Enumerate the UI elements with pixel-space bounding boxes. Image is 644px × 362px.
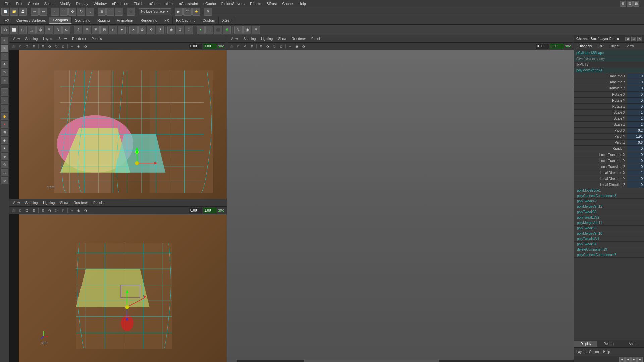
view-menu-topleft[interactable]: View — [11, 36, 21, 41]
vp-frame-input-r[interactable] — [536, 44, 549, 49]
save-scene-btn[interactable]: 💾 — [19, 8, 27, 16]
cb-value-scale-x[interactable]: 1 — [627, 110, 644, 115]
menu-create[interactable]: Create — [25, 1, 42, 6]
vp-sel-btn-r[interactable]: □ — [235, 43, 241, 49]
channel-box-maximize-btn[interactable]: □ — [631, 37, 636, 41]
shelf-tab-sculpting[interactable]: Sculpting — [72, 17, 94, 24]
viewport-right-scrollbar[interactable] — [237, 360, 574, 362]
cb-options-link[interactable]: Options — [589, 350, 600, 354]
menu-fields[interactable]: Fields/Solvers — [219, 1, 247, 6]
cb-value-scale-y[interactable]: 1 — [627, 116, 644, 121]
poly-disk-btn[interactable]: ⊙ — [54, 26, 62, 34]
poly-cylinder-btn[interactable]: ⬭ — [19, 26, 27, 34]
vp-shadow-btn-r[interactable]: ◑ — [301, 43, 307, 49]
poly-offset-loop-btn[interactable]: ⟲ — [147, 26, 155, 34]
foamy-btn[interactable]: ◈ — [1, 137, 8, 144]
vp-cam-btn-r[interactable]: 🎥 — [229, 43, 235, 49]
shelf-tab-curves[interactable]: Curves / Surfaces — [13, 17, 49, 24]
vp-wire-btn-r[interactable]: ⬡ — [271, 43, 277, 49]
vp-light1-btn-tl[interactable]: ○ — [69, 43, 75, 49]
no-live-surface-dropdown[interactable]: No Live Surface ▼ — [139, 8, 171, 15]
cb-value-translate-z[interactable]: 0 — [627, 85, 644, 91]
flatten-btn[interactable]: ⊟ — [1, 129, 8, 136]
spray-btn[interactable]: ✦ — [1, 145, 8, 152]
menu-ncache[interactable]: nCache — [201, 1, 219, 6]
shelf-tab-fx[interactable]: FX — [1, 17, 13, 24]
poly-cube-btn[interactable]: ⬜ — [10, 26, 18, 34]
grab-btn[interactable]: ✋ — [1, 113, 8, 120]
vp-sel-btn-bl[interactable]: □ — [17, 207, 23, 214]
cb-value-translate-y[interactable]: 0 — [627, 79, 644, 85]
poly-insert-loop-btn[interactable]: ⟳ — [138, 26, 146, 34]
vp-zoom-input-bl[interactable] — [203, 208, 216, 213]
menu-modify[interactable]: Modify — [57, 1, 73, 6]
poly-split-btn[interactable]: ✂ — [129, 26, 138, 34]
vp-xray-btn-bl[interactable]: ◻ — [60, 207, 66, 214]
cb-nav-fwd2-btn[interactable]: ► — [637, 357, 643, 362]
vp-light2-btn-r[interactable]: ◉ — [294, 43, 300, 49]
lighting-menu-topleft[interactable]: Layers — [42, 36, 54, 41]
layout-btn-1[interactable]: ⊞ — [620, 1, 626, 7]
vp-shadow-btn-bl[interactable]: ◑ — [83, 207, 89, 214]
rotate-tool-global-btn[interactable]: ↻ — [1, 69, 8, 76]
cb-value-rotate-y[interactable]: 0 — [627, 98, 644, 103]
show-menu-bl[interactable]: Show — [59, 200, 70, 205]
open-scene-btn[interactable]: 📁 — [10, 8, 18, 16]
vp-shading-btn-bl[interactable]: ◑ — [47, 207, 53, 214]
cb-tab-show[interactable]: Show — [624, 44, 635, 49]
cb-value-scale-z[interactable]: 1 — [627, 122, 644, 127]
poly-merge-btn[interactable]: ⊕ — [167, 26, 175, 34]
vp-shading-btn-r[interactable]: ◑ — [265, 43, 271, 49]
menu-effects[interactable]: Effects — [247, 1, 264, 6]
cb-list-polyTweak55[interactable]: polyTweak55 — [574, 226, 644, 231]
layout-btn-2[interactable]: ⊡ — [627, 1, 633, 7]
symmetry-btn[interactable]: ⊞ — [252, 26, 260, 34]
lasso-tool-btn[interactable]: ⌒ — [60, 8, 68, 16]
vp-light1-btn-r[interactable]: ○ — [287, 43, 293, 49]
vp-light2-btn-tl[interactable]: ◉ — [76, 43, 82, 49]
poly-slide-edge-btn[interactable]: ⇄ — [156, 26, 164, 34]
cb-value-translate-x[interactable]: 0 — [627, 73, 644, 79]
cb-list-polyTweak56[interactable]: polyTweak56 — [574, 209, 644, 215]
snap-grid-btn[interactable]: ⊞ — [98, 8, 106, 16]
cb-bottom-tab-render[interactable]: Render — [597, 341, 621, 347]
move-tool-btn[interactable]: ✛ — [68, 8, 76, 16]
soft-select-btn[interactable]: ◉ — [243, 26, 251, 34]
channel-box-scroll[interactable]: pCylinder13Shape CVs (click to show) INP… — [574, 50, 644, 340]
lasso-select-btn[interactable]: ⌒ — [1, 53, 8, 60]
panels-menu-bl[interactable]: Panels — [92, 200, 105, 205]
camera-btn[interactable]: 🎥 — [127, 8, 135, 16]
cb-tab-object[interactable]: Object — [608, 44, 621, 49]
menu-bifrost[interactable]: Bifrost — [264, 1, 279, 6]
shelf-tab-rigging[interactable]: Rigging — [94, 17, 113, 24]
cb-nav-fwd-btn[interactable]: ► — [631, 357, 637, 362]
cb-nav-back2-btn[interactable]: ◄ — [625, 357, 631, 362]
vp-iso-btn-tl[interactable]: ⊙ — [24, 43, 30, 49]
renderer-menu-topleft[interactable]: Renderer — [71, 36, 88, 41]
menu-nconstraint[interactable]: nConstraint — [176, 1, 201, 6]
cb-list-polyTweakUV1[interactable]: polyTweakUV1 — [574, 236, 644, 242]
poly-pipe-btn[interactable]: ⊂ — [62, 26, 70, 34]
cb-value-local-direction-z[interactable]: 0 — [627, 182, 644, 188]
poly-extrude-btn[interactable]: ⤴ — [74, 26, 82, 34]
cb-list-polyTweak54[interactable]: polyTweak54 — [574, 242, 644, 247]
cb-list-polyMergeVert10[interactable]: polyMergeVert10 — [574, 231, 644, 236]
sculpt-btn[interactable]: ⌣ — [1, 88, 8, 96]
cb-layers-link[interactable]: Layers — [576, 350, 586, 354]
channel-box-poly-move-vertex[interactable]: polyMoveVertex3 — [574, 67, 644, 73]
paint-btn[interactable]: ✎ — [234, 26, 243, 34]
shelf-tab-custom[interactable]: Custom — [199, 17, 219, 24]
vp-zoom-input-r[interactable] — [550, 44, 563, 49]
shading-menu-bl[interactable]: Shading — [24, 200, 39, 205]
menu-file[interactable]: File — [2, 1, 13, 6]
poly-weld-btn[interactable]: ⊙ — [185, 26, 193, 34]
vp-wire-btn-bl[interactable]: ⬡ — [53, 207, 59, 214]
menu-fluids[interactable]: Fluids — [131, 1, 146, 6]
cb-tab-edit[interactable]: Edit — [596, 44, 605, 49]
show-menu-r[interactable]: Show — [277, 36, 288, 41]
viewport-right-canvas[interactable]: x y persp — [227, 50, 574, 362]
layout-btn-3[interactable]: ⊟ — [633, 1, 639, 7]
snap-point-btn[interactable]: · — [115, 8, 123, 16]
cb-value-local-direction-x[interactable]: 1 — [627, 170, 644, 176]
maya-btn[interactable]: M — [204, 8, 212, 16]
